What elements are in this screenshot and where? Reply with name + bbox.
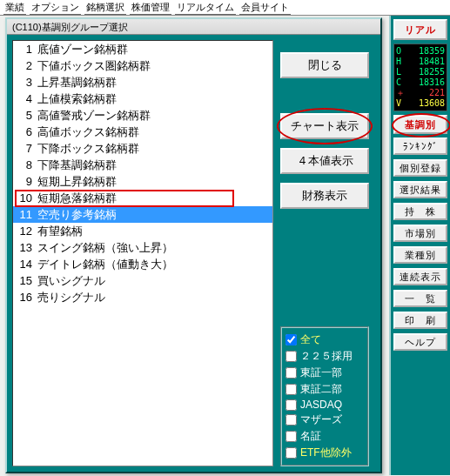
menu-item[interactable]: オプション (30, 1, 81, 15)
menu-item[interactable]: 銘柄選択 (84, 1, 126, 15)
filter-checkbox-row[interactable]: 東証一部 (285, 365, 364, 381)
list-item[interactable]: 11空売り参考銘柄 (13, 206, 272, 223)
sidebar-button[interactable]: 選択結果 (393, 181, 447, 198)
filter-checkbox[interactable] (285, 384, 297, 395)
ticker-row: L18255 (396, 67, 445, 77)
menu-item[interactable]: 株価管理 (130, 1, 171, 15)
sidebar-button[interactable]: ﾗﾝｷﾝｸﾞ (393, 137, 447, 155)
list-item-number: 3 (15, 75, 37, 90)
market-filter-panel: 全て２２５採用東証一部東証二部JASDAQマザーズ名証ETF他除外 (280, 326, 369, 466)
close-button[interactable]: 閉じる (280, 52, 369, 78)
list-item[interactable]: 8下降基調銘柄群 (13, 157, 272, 173)
filter-checkbox-row[interactable]: マザーズ (285, 412, 364, 428)
finance-button[interactable]: 財務表示 (280, 183, 369, 209)
list-item-label: 下降基調銘柄群 (37, 158, 117, 172)
filter-label: 全て (300, 332, 321, 347)
list-item-label: 下降ボックス銘柄群 (37, 141, 139, 156)
list-item[interactable]: 3上昇基調銘柄群 (13, 74, 272, 91)
list-item-number: 4 (15, 91, 37, 106)
right-sidebar: リアル O18359H18481L18255C18316＋221V13608 基… (389, 16, 450, 475)
list-item[interactable]: 4上値模索銘柄群 (13, 91, 272, 107)
kicho-label: 基調別 (405, 118, 436, 131)
list-item-label: スイング銘柄（強い上昇） (37, 240, 173, 255)
group-select-dialog: (C110)基調別グループ選択 1底値ゾーン銘柄群2下値ボックス圏銘柄群3上昇基… (5, 17, 382, 473)
ticker-row: V13608 (396, 98, 445, 109)
list-item-number: 1 (15, 42, 37, 57)
list-item-label: 下値ボックス圏銘柄群 (37, 58, 151, 73)
filter-label: マザーズ (300, 412, 342, 427)
sidebar-button[interactable]: ヘルプ (393, 333, 447, 351)
sidebar-button[interactable]: 印 刷 (393, 312, 447, 329)
filter-checkbox-row[interactable]: ETF他除外 (285, 445, 364, 461)
filter-checkbox[interactable] (285, 414, 297, 426)
filter-checkbox[interactable] (285, 431, 297, 442)
filter-label: 東証一部 (300, 365, 342, 380)
filter-checkbox[interactable] (285, 367, 297, 379)
list-item-label: 高値警戒ゾーン銘柄群 (37, 108, 151, 123)
list-item-label: デイトレ銘柄（値動き大） (37, 257, 173, 272)
chart-display-label: チャート表示 (291, 118, 359, 134)
list-item[interactable]: 13スイング銘柄（強い上昇） (13, 239, 272, 256)
list-item-label: 上値模索銘柄群 (37, 91, 117, 106)
list-item[interactable]: 14デイトレ銘柄（値動き大） (13, 256, 272, 272)
filter-checkbox[interactable] (285, 351, 297, 362)
filter-checkbox-row[interactable]: JASDAQ (285, 398, 364, 412)
list-item-number: 16 (15, 290, 37, 305)
list-item-number: 14 (15, 257, 37, 272)
list-item[interactable]: 6高値ボックス銘柄群 (13, 124, 272, 140)
four-value-button[interactable]: ４本値表示 (280, 148, 369, 174)
menu-item[interactable]: リアルタイム (175, 1, 236, 15)
list-item[interactable]: 10短期急落銘柄群 (13, 190, 272, 206)
filter-checkbox-row[interactable]: 全て (285, 332, 364, 348)
price-ticker: O18359H18481L18255C18316＋221V13608 (393, 44, 447, 111)
sidebar-button[interactable]: 業種別 (393, 246, 447, 264)
filter-checkbox[interactable] (285, 399, 297, 411)
menu-item[interactable]: 会員サイト (239, 1, 291, 15)
sidebar-button[interactable]: 市場別 (393, 225, 447, 242)
filter-checkbox-row[interactable]: 東証二部 (285, 381, 364, 398)
list-item-label: 買いシグナル (37, 273, 105, 288)
list-item-label: 高値ボックス銘柄群 (37, 124, 139, 139)
filter-checkbox-row[interactable]: ２２５採用 (285, 348, 364, 365)
sidebar-button[interactable]: 持 株 (393, 203, 447, 220)
list-item[interactable]: 2下値ボックス圏銘柄群 (13, 57, 272, 74)
list-item-number: 12 (15, 224, 37, 238)
chart-display-button[interactable]: チャート表示 (280, 113, 369, 139)
list-item-label: 底値ゾーン銘柄群 (37, 42, 128, 57)
list-item[interactable]: 7下降ボックス銘柄群 (13, 140, 272, 157)
list-item-number: 9 (15, 174, 37, 189)
group-list[interactable]: 1底値ゾーン銘柄群2下値ボックス圏銘柄群3上昇基調銘柄群4上値模索銘柄群5高値警… (12, 40, 273, 466)
list-item[interactable]: 12有望銘柄 (13, 223, 272, 239)
list-item-label: 売りシグナル (37, 290, 105, 305)
filter-label: ETF他除外 (300, 446, 352, 460)
filter-checkbox[interactable] (285, 447, 297, 459)
ticker-row: H18481 (396, 57, 445, 67)
list-item-number: 7 (15, 141, 37, 156)
filter-label: 東証二部 (300, 382, 342, 397)
menu-item[interactable]: 業績 (3, 1, 26, 15)
kicho-button[interactable]: 基調別 (393, 115, 447, 134)
list-item[interactable]: 9短期上昇銘柄群 (13, 173, 272, 190)
sidebar-button[interactable]: 一 覧 (393, 290, 447, 307)
dialog-title: (C110)基調別グループ選択 (7, 19, 380, 35)
ticker-row: ＋221 (396, 88, 445, 98)
real-label: リアル (405, 23, 436, 37)
filter-checkbox[interactable] (285, 334, 297, 345)
button-column: 閉じる チャート表示 ４本値表示 財務表示 全て２２５採用東証一部東証二部JAS… (277, 35, 374, 472)
list-item[interactable]: 16売りシグナル (13, 289, 272, 305)
list-item-number: 8 (15, 158, 37, 172)
list-item[interactable]: 5高値警戒ゾーン銘柄群 (13, 107, 272, 124)
sidebar-button[interactable]: 連続表示 (393, 268, 447, 285)
real-button[interactable]: リアル (393, 19, 447, 40)
ticker-row: O18359 (396, 46, 445, 57)
list-item[interactable]: 15買いシグナル (13, 272, 272, 289)
list-item[interactable]: 1底値ゾーン銘柄群 (13, 41, 272, 57)
ticker-row: C18316 (396, 77, 445, 88)
list-item-number: 5 (15, 108, 37, 123)
filter-label: 名証 (300, 429, 321, 444)
list-item-number: 2 (15, 58, 37, 73)
filter-checkbox-row[interactable]: 名証 (285, 428, 364, 445)
list-item-number: 13 (15, 240, 37, 255)
filter-label: ２２５採用 (300, 349, 353, 364)
sidebar-button[interactable]: 個別登録 (393, 159, 447, 177)
